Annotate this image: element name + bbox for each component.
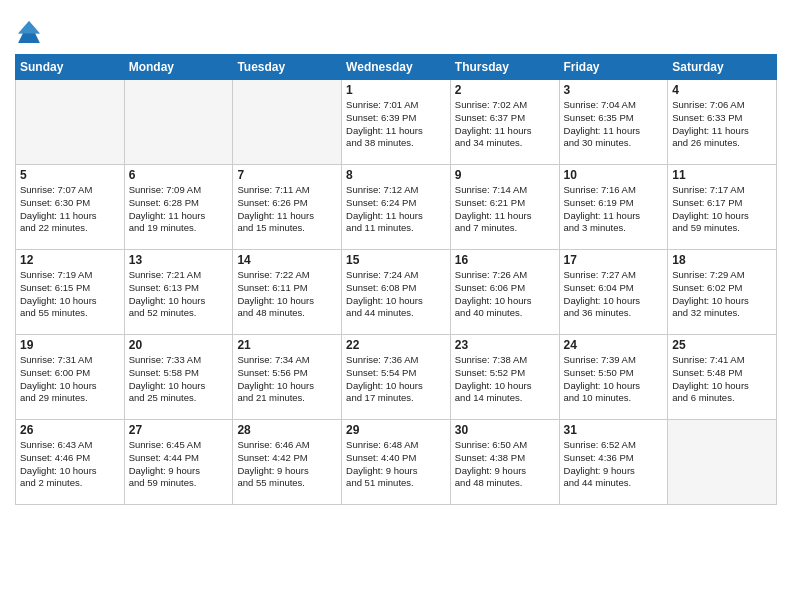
day-number: 3 — [564, 83, 664, 97]
day-info: Sunrise: 7:29 AM Sunset: 6:02 PM Dayligh… — [672, 269, 772, 320]
day-number: 28 — [237, 423, 337, 437]
day-number: 5 — [20, 168, 120, 182]
calendar-cell: 28Sunrise: 6:46 AM Sunset: 4:42 PM Dayli… — [233, 420, 342, 505]
day-number: 16 — [455, 253, 555, 267]
calendar-cell: 25Sunrise: 7:41 AM Sunset: 5:48 PM Dayli… — [668, 335, 777, 420]
day-number: 22 — [346, 338, 446, 352]
day-number: 26 — [20, 423, 120, 437]
day-info: Sunrise: 6:50 AM Sunset: 4:38 PM Dayligh… — [455, 439, 555, 490]
day-info: Sunrise: 7:01 AM Sunset: 6:39 PM Dayligh… — [346, 99, 446, 150]
day-number: 18 — [672, 253, 772, 267]
day-info: Sunrise: 7:19 AM Sunset: 6:15 PM Dayligh… — [20, 269, 120, 320]
day-number: 25 — [672, 338, 772, 352]
day-info: Sunrise: 7:02 AM Sunset: 6:37 PM Dayligh… — [455, 99, 555, 150]
calendar-cell: 8Sunrise: 7:12 AM Sunset: 6:24 PM Daylig… — [342, 165, 451, 250]
day-info: Sunrise: 6:52 AM Sunset: 4:36 PM Dayligh… — [564, 439, 664, 490]
day-number: 30 — [455, 423, 555, 437]
day-info: Sunrise: 7:04 AM Sunset: 6:35 PM Dayligh… — [564, 99, 664, 150]
week-row-3: 12Sunrise: 7:19 AM Sunset: 6:15 PM Dayli… — [16, 250, 777, 335]
calendar-cell: 18Sunrise: 7:29 AM Sunset: 6:02 PM Dayli… — [668, 250, 777, 335]
weekday-header-friday: Friday — [559, 55, 668, 80]
calendar-cell: 23Sunrise: 7:38 AM Sunset: 5:52 PM Dayli… — [450, 335, 559, 420]
calendar-cell: 11Sunrise: 7:17 AM Sunset: 6:17 PM Dayli… — [668, 165, 777, 250]
calendar-cell: 22Sunrise: 7:36 AM Sunset: 5:54 PM Dayli… — [342, 335, 451, 420]
calendar-cell: 13Sunrise: 7:21 AM Sunset: 6:13 PM Dayli… — [124, 250, 233, 335]
calendar-cell — [124, 80, 233, 165]
calendar-cell: 26Sunrise: 6:43 AM Sunset: 4:46 PM Dayli… — [16, 420, 125, 505]
day-number: 1 — [346, 83, 446, 97]
day-info: Sunrise: 7:22 AM Sunset: 6:11 PM Dayligh… — [237, 269, 337, 320]
day-info: Sunrise: 7:16 AM Sunset: 6:19 PM Dayligh… — [564, 184, 664, 235]
day-number: 2 — [455, 83, 555, 97]
day-number: 8 — [346, 168, 446, 182]
calendar-cell — [16, 80, 125, 165]
calendar: SundayMondayTuesdayWednesdayThursdayFrid… — [15, 54, 777, 505]
day-info: Sunrise: 7:26 AM Sunset: 6:06 PM Dayligh… — [455, 269, 555, 320]
day-number: 4 — [672, 83, 772, 97]
calendar-cell: 29Sunrise: 6:48 AM Sunset: 4:40 PM Dayli… — [342, 420, 451, 505]
logo — [15, 18, 47, 46]
day-info: Sunrise: 7:21 AM Sunset: 6:13 PM Dayligh… — [129, 269, 229, 320]
calendar-cell: 12Sunrise: 7:19 AM Sunset: 6:15 PM Dayli… — [16, 250, 125, 335]
day-number: 29 — [346, 423, 446, 437]
calendar-cell: 6Sunrise: 7:09 AM Sunset: 6:28 PM Daylig… — [124, 165, 233, 250]
day-info: Sunrise: 7:41 AM Sunset: 5:48 PM Dayligh… — [672, 354, 772, 405]
day-info: Sunrise: 7:09 AM Sunset: 6:28 PM Dayligh… — [129, 184, 229, 235]
week-row-2: 5Sunrise: 7:07 AM Sunset: 6:30 PM Daylig… — [16, 165, 777, 250]
weekday-header-monday: Monday — [124, 55, 233, 80]
day-info: Sunrise: 7:33 AM Sunset: 5:58 PM Dayligh… — [129, 354, 229, 405]
day-number: 19 — [20, 338, 120, 352]
day-info: Sunrise: 7:34 AM Sunset: 5:56 PM Dayligh… — [237, 354, 337, 405]
day-number: 9 — [455, 168, 555, 182]
day-info: Sunrise: 7:38 AM Sunset: 5:52 PM Dayligh… — [455, 354, 555, 405]
day-number: 27 — [129, 423, 229, 437]
day-info: Sunrise: 7:14 AM Sunset: 6:21 PM Dayligh… — [455, 184, 555, 235]
day-info: Sunrise: 7:36 AM Sunset: 5:54 PM Dayligh… — [346, 354, 446, 405]
calendar-cell: 30Sunrise: 6:50 AM Sunset: 4:38 PM Dayli… — [450, 420, 559, 505]
calendar-cell: 19Sunrise: 7:31 AM Sunset: 6:00 PM Dayli… — [16, 335, 125, 420]
day-info: Sunrise: 7:17 AM Sunset: 6:17 PM Dayligh… — [672, 184, 772, 235]
day-info: Sunrise: 6:43 AM Sunset: 4:46 PM Dayligh… — [20, 439, 120, 490]
logo-icon — [15, 18, 43, 46]
weekday-header-row: SundayMondayTuesdayWednesdayThursdayFrid… — [16, 55, 777, 80]
calendar-cell: 14Sunrise: 7:22 AM Sunset: 6:11 PM Dayli… — [233, 250, 342, 335]
day-number: 13 — [129, 253, 229, 267]
calendar-cell: 20Sunrise: 7:33 AM Sunset: 5:58 PM Dayli… — [124, 335, 233, 420]
day-info: Sunrise: 6:46 AM Sunset: 4:42 PM Dayligh… — [237, 439, 337, 490]
calendar-cell: 21Sunrise: 7:34 AM Sunset: 5:56 PM Dayli… — [233, 335, 342, 420]
header — [15, 10, 777, 46]
day-info: Sunrise: 7:07 AM Sunset: 6:30 PM Dayligh… — [20, 184, 120, 235]
weekday-header-thursday: Thursday — [450, 55, 559, 80]
calendar-cell: 16Sunrise: 7:26 AM Sunset: 6:06 PM Dayli… — [450, 250, 559, 335]
calendar-cell — [668, 420, 777, 505]
day-info: Sunrise: 7:31 AM Sunset: 6:00 PM Dayligh… — [20, 354, 120, 405]
calendar-cell — [233, 80, 342, 165]
weekday-header-tuesday: Tuesday — [233, 55, 342, 80]
weekday-header-sunday: Sunday — [16, 55, 125, 80]
day-info: Sunrise: 7:12 AM Sunset: 6:24 PM Dayligh… — [346, 184, 446, 235]
calendar-cell: 15Sunrise: 7:24 AM Sunset: 6:08 PM Dayli… — [342, 250, 451, 335]
day-number: 10 — [564, 168, 664, 182]
day-info: Sunrise: 7:24 AM Sunset: 6:08 PM Dayligh… — [346, 269, 446, 320]
calendar-cell: 4Sunrise: 7:06 AM Sunset: 6:33 PM Daylig… — [668, 80, 777, 165]
calendar-cell: 5Sunrise: 7:07 AM Sunset: 6:30 PM Daylig… — [16, 165, 125, 250]
day-number: 6 — [129, 168, 229, 182]
calendar-cell: 1Sunrise: 7:01 AM Sunset: 6:39 PM Daylig… — [342, 80, 451, 165]
calendar-cell: 7Sunrise: 7:11 AM Sunset: 6:26 PM Daylig… — [233, 165, 342, 250]
svg-marker-1 — [18, 21, 40, 33]
day-number: 31 — [564, 423, 664, 437]
calendar-cell: 10Sunrise: 7:16 AM Sunset: 6:19 PM Dayli… — [559, 165, 668, 250]
day-info: Sunrise: 6:48 AM Sunset: 4:40 PM Dayligh… — [346, 439, 446, 490]
day-number: 14 — [237, 253, 337, 267]
weekday-header-wednesday: Wednesday — [342, 55, 451, 80]
day-number: 20 — [129, 338, 229, 352]
calendar-cell: 9Sunrise: 7:14 AM Sunset: 6:21 PM Daylig… — [450, 165, 559, 250]
day-info: Sunrise: 6:45 AM Sunset: 4:44 PM Dayligh… — [129, 439, 229, 490]
weekday-header-saturday: Saturday — [668, 55, 777, 80]
day-number: 24 — [564, 338, 664, 352]
calendar-cell: 24Sunrise: 7:39 AM Sunset: 5:50 PM Dayli… — [559, 335, 668, 420]
day-info: Sunrise: 7:39 AM Sunset: 5:50 PM Dayligh… — [564, 354, 664, 405]
day-number: 17 — [564, 253, 664, 267]
calendar-cell: 31Sunrise: 6:52 AM Sunset: 4:36 PM Dayli… — [559, 420, 668, 505]
calendar-cell: 17Sunrise: 7:27 AM Sunset: 6:04 PM Dayli… — [559, 250, 668, 335]
